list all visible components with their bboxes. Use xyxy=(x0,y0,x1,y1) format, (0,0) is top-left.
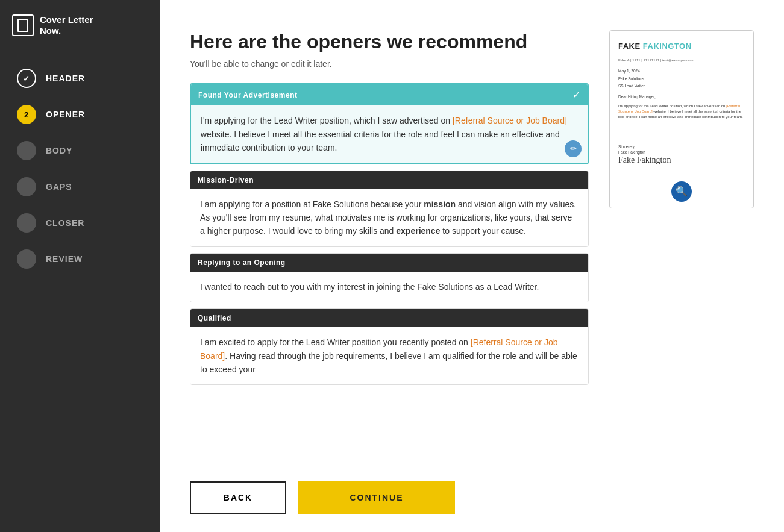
preview-date: May 1, 2024 xyxy=(618,68,745,74)
sidebar-item-label-header: HEADER xyxy=(46,74,85,83)
preview-divider xyxy=(618,55,745,55)
preview-sig-script: Fake Fakington xyxy=(618,155,745,166)
continue-button[interactable]: CONTINUE xyxy=(298,481,455,514)
preview-name-faking: FAKINGTON xyxy=(643,42,692,51)
sidebar-item-opener[interactable]: 2 OPENER xyxy=(0,96,160,133)
sidebar: Cover Letter Now. ✓ HEADER 2 OPENER BODY… xyxy=(0,0,160,532)
opener-card-found-advertisement[interactable]: Found Your Advertisement ✓ I'm applying … xyxy=(190,83,589,164)
gaps-step-circle xyxy=(17,177,36,196)
body-step-circle xyxy=(17,141,36,160)
sidebar-item-label-opener: OPENER xyxy=(46,110,85,119)
preview-role: SS Lead Writer xyxy=(618,83,745,89)
opener-tag-mission: Mission-Driven xyxy=(198,176,254,184)
logo-text: Cover Letter Now. xyxy=(40,14,93,36)
sidebar-item-label-closer: CLOSER xyxy=(46,218,84,228)
preview-contact: Fake A | 1111 | 11111111 | test@example.… xyxy=(618,58,745,63)
sidebar-item-label-gaps: GAPS xyxy=(46,182,72,192)
preview-salutation: Dear Hiring Manager, xyxy=(618,94,745,100)
header-step-circle: ✓ xyxy=(17,69,36,88)
logo-icon xyxy=(12,14,34,36)
openers-list: Found Your Advertisement ✓ I'm applying … xyxy=(190,83,591,469)
page-title: Here are the openers we recommend xyxy=(190,30,591,53)
opener-tag-found: Found Your Advertisement xyxy=(198,91,297,99)
zoom-button[interactable]: 🔍 xyxy=(671,181,692,202)
sidebar-item-gaps[interactable]: GAPS xyxy=(0,169,160,205)
preview-name-fake: FAKE xyxy=(618,42,643,51)
opener-card-mission-driven[interactable]: Mission-Driven I am applying for a posit… xyxy=(190,171,589,247)
preview-company: Fake Solutions xyxy=(618,76,745,82)
preview-panel: FAKE FAKINGTON Fake A | 1111 | 11111111 … xyxy=(609,30,754,208)
opener-card-header-found: Found Your Advertisement ✓ xyxy=(191,84,588,105)
sidebar-item-label-review: REVIEW xyxy=(46,254,83,264)
check-icon-found: ✓ xyxy=(572,89,580,101)
preview-body-text: I'm applying for the Lead Writer positio… xyxy=(618,104,745,120)
logo-area: Cover Letter Now. xyxy=(0,0,160,54)
back-button[interactable]: BACK xyxy=(190,481,286,514)
preview-sig-name: Fake Fakington xyxy=(618,149,745,155)
opener-card-header-replying: Replying to an Opening xyxy=(190,254,588,272)
opener-card-header-mission: Mission-Driven xyxy=(190,171,588,189)
edit-button-found[interactable]: ✏ xyxy=(565,140,582,157)
opener-card-qualified[interactable]: Qualified I am excited to apply for the … xyxy=(190,308,589,385)
opener-body-found: I'm applying for the Lead Writer positio… xyxy=(191,105,588,163)
review-step-circle xyxy=(17,249,36,269)
page-subtitle: You'll be able to change or edit it late… xyxy=(190,59,591,69)
opener-body-replying: I wanted to reach out to you with my int… xyxy=(190,272,588,302)
opener-body-mission: I am applying for a position at Fake Sol… xyxy=(190,189,588,246)
main-content: Here are the openers we recommend You'll… xyxy=(160,0,784,532)
opener-body-qualified: I am excited to apply for the Lead Write… xyxy=(190,327,588,384)
sidebar-item-closer[interactable]: CLOSER xyxy=(0,205,160,241)
preview-zoom-area: 🔍 xyxy=(610,175,753,208)
sidebar-item-header[interactable]: ✓ HEADER xyxy=(0,60,160,96)
preview-closing: Sincerely, xyxy=(618,144,745,150)
sidebar-nav: ✓ HEADER 2 OPENER BODY GAPS CLOSER REVIE… xyxy=(0,54,160,283)
logo-icon-inner xyxy=(17,19,28,32)
preview-content: FAKE FAKINGTON Fake A | 1111 | 11111111 … xyxy=(610,31,753,175)
content-area: Here are the openers we recommend You'll… xyxy=(190,30,591,514)
bottom-bar: BACK CONTINUE xyxy=(190,469,591,514)
closer-step-circle xyxy=(17,213,36,233)
opener-tag-replying: Replying to an Opening xyxy=(198,258,286,267)
opener-card-replying-opening[interactable]: Replying to an Opening I wanted to reach… xyxy=(190,253,589,302)
sidebar-item-label-body: BODY xyxy=(46,146,72,155)
opener-step-circle: 2 xyxy=(17,105,36,124)
sidebar-item-review[interactable]: REVIEW xyxy=(0,241,160,277)
opener-card-header-qualified: Qualified xyxy=(190,309,588,327)
sidebar-item-body[interactable]: BODY xyxy=(0,133,160,169)
opener-tag-qualified: Qualified xyxy=(198,314,231,322)
